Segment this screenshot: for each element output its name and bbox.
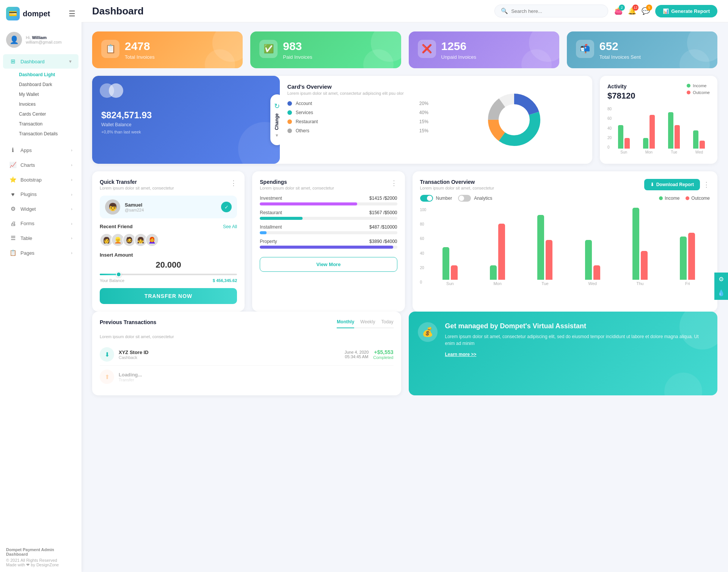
floating-droplet-button[interactable]: 💧 [714,286,728,300]
tx-row-name-2: Loading... [119,372,394,378]
label-wed: Wed [689,150,710,154]
bottom-cards-row: Quick Transfer Lorem ipsum dolor sit ame… [82,164,728,312]
tx-row-info-1: XYZ Store ID Cashback [119,349,340,360]
wallet-icon-btn[interactable]: 👛 2 [614,7,623,15]
wallet-badge: 2 [619,5,625,11]
spending-restaurant-label: Restaurant [260,210,282,215]
spendings-menu[interactable]: ⋮ [391,179,397,187]
toggle-analytics-switch[interactable] [458,195,471,202]
spendings-desc: Lorem ipsum dolor sit amet, consectetur [260,186,334,190]
ov-label-others: Others [296,128,416,133]
nav-item-widget[interactable]: ⚙ Widget › [3,202,78,216]
search-input[interactable] [511,8,602,14]
floating-settings-button[interactable]: ⚙ [714,273,728,286]
activity-amount: $78120 [607,91,635,101]
generate-label: Generate Report [671,8,710,14]
greeting: Hi, William [26,35,61,40]
tx-row-info-2: Loading... Transfer [119,372,394,382]
spendings-card: Spendings Lorem ipsum dolor sit amet, co… [252,171,405,312]
bar-day-mon [638,107,659,149]
tx-day-labels: Sun Mon Tue Wed Thu Fri [428,280,710,286]
hamburger-menu[interactable]: ☰ [69,9,75,18]
label-tue: Tue [664,150,685,154]
generate-report-button[interactable]: 📊 Generate Report [655,5,717,17]
tab-monthly[interactable]: Monthly [337,319,354,328]
chat-icon-btn[interactable]: 💬 5 [642,7,650,15]
subnav-invoices[interactable]: Invoices [16,99,82,109]
stat-card-paid-invoices: ✅ 983 Paid Invoices [250,31,401,68]
view-more-button[interactable]: View More [260,257,397,272]
amount-slider-track[interactable] [100,274,237,275]
cards-overview-title: Card's Overview [287,83,428,90]
change-button[interactable]: ↻ Change ▼ [270,94,280,145]
va-bg-circle-2 [664,373,702,395]
label-mon: Mon [638,150,659,154]
va-learn-more-link[interactable]: Learn more >> [445,352,477,357]
nav-item-bootstrap[interactable]: ⭐ Bootstrap › [3,172,78,187]
wallet-balance: $824,571.93 [101,110,271,121]
tx-tue-outcome [546,240,552,280]
nav-item-plugins[interactable]: ♥ Plugins › [3,187,78,201]
ov-item-restaurant: Restaurant 15% [287,119,428,124]
stat-label-total: Total Invoices [125,54,155,60]
nav-item-forms[interactable]: 🖨 Forms › [3,216,78,230]
apps-icon: ℹ [9,147,17,154]
stat-icon-paid: ✅ [259,40,278,58]
subnav-cards-center[interactable]: Cards Center [16,109,82,119]
subnav-transaction[interactable]: Transaction [16,119,82,129]
nav-item-apps[interactable]: ℹ Apps › [3,143,78,157]
tx-menu[interactable]: ⋮ [703,180,710,189]
tx-label-fri: Fri [665,281,710,286]
last-row: Previous Transactions Monthly Weekly Tod… [82,312,728,404]
ov-label-services: Services [296,110,416,115]
tx-dot-income [659,196,663,200]
nav-item-table[interactable]: ☰ Table › [3,231,78,245]
legend-income-label: Income [693,83,706,88]
spending-investment-amount: $1415 /$2000 [369,196,397,201]
tx-bar-sun [428,208,472,280]
va-content: Get managed by Dompet's Virtual Assistan… [445,322,709,357]
bar-wed-income [693,130,698,149]
contact-name: Samuel [125,202,144,208]
tx-wed-income [585,240,592,280]
tx-row-1: ⬇ XYZ Store ID Cashback June 4, 2020 05:… [100,343,394,366]
subnav-my-wallet[interactable]: My Wallet [16,89,82,99]
page-title: Dashboard [92,5,144,17]
friend-avatar-5[interactable]: 👩‍🦰 [145,233,159,247]
subnav-transaction-details[interactable]: Transaction Details [16,129,82,139]
ov-pct-services: 40% [419,110,428,115]
tx-row-name-1: XYZ Store ID [119,349,340,355]
quick-transfer-header: Quick Transfer Lorem ipsum dolor sit ame… [100,179,237,190]
see-all-link[interactable]: See All [223,224,237,229]
spending-restaurant-amount: $1567 /$5000 [369,210,397,215]
logo-text: dompet [23,9,50,18]
bars-area: Sun Mon Tue Wed [613,107,710,156]
nav-item-dashboard[interactable]: ⊞ Dashboard ▼ [3,54,78,69]
bar-mon-income [643,138,648,149]
nav-dashboard-section: ⊞ Dashboard ▼ Dashboard Light Dashboard … [0,52,82,141]
slider-thumb[interactable] [116,272,121,277]
nav-item-charts[interactable]: 📈 Charts › [3,158,78,172]
y-axis: 806040200 [607,107,612,156]
avatar: 👤 [6,32,22,48]
floating-side-buttons: ⚙ 💧 [714,273,728,300]
subnav-dashboard-light[interactable]: Dashboard Light [16,70,82,80]
cards-overview-panel: Card's Overview Lorem ipsum dolor sit am… [280,76,436,164]
search-box[interactable]: 🔍 [494,5,608,17]
contact-info: Samuel @sam224 [125,202,144,212]
ov-dot-restaurant [287,119,292,124]
tx-fri-outcome [688,233,695,280]
nav-item-pages[interactable]: 📋 Pages › [3,246,78,260]
tab-weekly[interactable]: Weekly [360,319,375,328]
transfer-now-button[interactable]: TRANSFER NOW [100,288,237,304]
tab-today[interactable]: Today [381,319,393,328]
subnav-dashboard-dark[interactable]: Dashboard Dark [16,80,82,89]
bell-icon-btn[interactable]: 🔔 12 [628,7,636,15]
stat-icon-total: 📋 [101,40,119,58]
tx-bars-area: Sun Mon Tue Wed Thu Fri [428,208,710,291]
quick-transfer-menu[interactable]: ⋮ [230,179,237,187]
download-report-button[interactable]: ⬇ Download Report [644,179,700,190]
tx-row-type-1: Cashback [119,355,340,360]
tx-chart-area: 100806040200 [420,208,710,291]
toggle-number-switch[interactable] [420,195,433,202]
